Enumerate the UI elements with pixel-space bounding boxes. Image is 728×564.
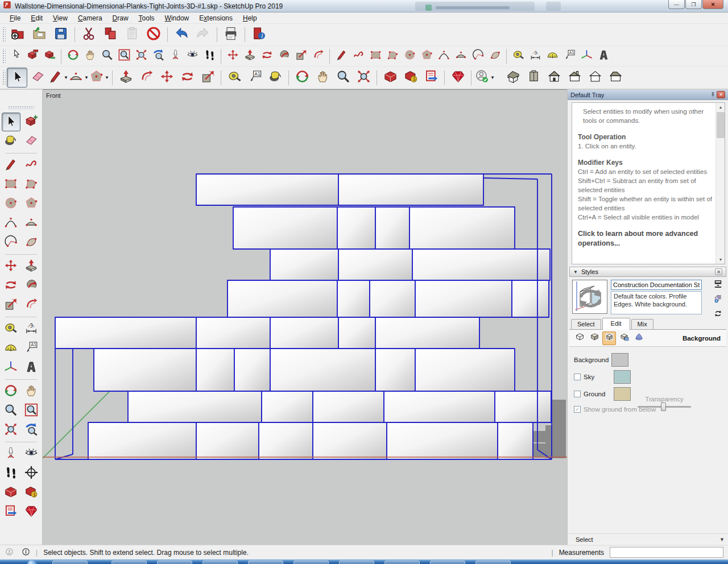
rotated-rectangle-button[interactable] [384, 48, 401, 64]
text-button[interactable]: A1 [245, 68, 265, 88]
offset-button[interactable] [309, 48, 326, 64]
toolbar-grip[interactable] [2, 27, 6, 42]
text-button[interactable]: A1 [561, 48, 578, 64]
rectangle-button[interactable] [367, 48, 384, 64]
position-camera-button[interactable] [2, 445, 20, 463]
dropdown-arrow-icon[interactable]: ▼ [64, 75, 68, 80]
style-description[interactable]: Default face colors. Profile Edges. Whit… [611, 291, 702, 314]
rotate-button[interactable] [2, 276, 20, 295]
title-bar[interactable]: Wallstone-Dimensional-Dimensional-Planks… [0, 0, 728, 13]
plank[interactable] [384, 391, 495, 422]
plank[interactable] [55, 317, 196, 349]
3d-warehouse-button[interactable] [2, 483, 20, 502]
plank[interactable] [375, 349, 415, 391]
view-iso-button[interactable] [503, 68, 523, 88]
instructor-scrollbar[interactable]: ▲ ▼ [715, 103, 725, 264]
share-model-button[interactable]: $ [400, 68, 421, 88]
secondary-pane-icon[interactable] [713, 279, 723, 291]
ground-color-swatch[interactable] [614, 387, 631, 401]
menu-file[interactable]: File [5, 13, 26, 23]
look-around-button[interactable] [22, 445, 41, 463]
plank[interactable] [338, 174, 483, 205]
line-button[interactable] [333, 48, 350, 64]
redo-button[interactable] [192, 25, 214, 45]
face-settings-button[interactable] [588, 331, 601, 345]
start-orb-icon[interactable] [27, 560, 37, 564]
make-component-button[interactable] [22, 113, 41, 131]
tab-select[interactable]: Select [571, 319, 601, 329]
maximize-button[interactable]: ❐ [685, 0, 702, 9]
protractor-button[interactable] [2, 339, 20, 358]
tray-header[interactable]: Default Tray ✕ [568, 90, 728, 100]
walk-button[interactable] [201, 48, 218, 64]
polygon-button[interactable]: ▼ [89, 68, 109, 88]
modeling-settings-button[interactable] [632, 331, 646, 345]
send-to-layout-button[interactable] [421, 68, 441, 88]
circle-shape-button[interactable] [401, 48, 418, 64]
arc-2pt-button[interactable] [2, 214, 20, 233]
segment-button[interactable] [22, 233, 41, 252]
background-settings-button[interactable] [602, 331, 616, 345]
component-reload-button[interactable] [41, 48, 58, 64]
copy-button[interactable] [100, 25, 121, 45]
plank[interactable] [196, 422, 259, 459]
dimension-button[interactable]: 3 [527, 48, 544, 64]
plank[interactable] [512, 280, 549, 317]
tab-edit[interactable]: Edit [602, 318, 630, 330]
push-pull-button[interactable] [22, 257, 41, 276]
zoom-button[interactable] [333, 68, 353, 88]
paint-bucket-button[interactable] [265, 68, 286, 88]
model-info-button[interactable]: i [248, 25, 270, 45]
view-top-button[interactable] [523, 68, 544, 88]
segment-button[interactable] [486, 48, 503, 64]
plank[interactable] [228, 280, 337, 317]
freehand-button[interactable] [22, 156, 41, 175]
view-front-button[interactable] [544, 68, 564, 88]
menu-window[interactable]: Window [160, 13, 195, 23]
menu-camera[interactable]: Camera [73, 13, 107, 23]
create-style-icon[interactable] [713, 294, 723, 306]
plank[interactable] [375, 207, 410, 249]
plank[interactable] [259, 422, 313, 459]
dropdown-arrow-icon[interactable]: ▼ [84, 75, 89, 80]
plank[interactable] [370, 280, 415, 317]
move-button[interactable] [224, 48, 241, 64]
plank[interactable] [415, 349, 515, 391]
plank[interactable] [128, 391, 262, 422]
dropdown-arrow-icon[interactable]: ▼ [490, 75, 495, 80]
arc-3pt-button[interactable] [22, 214, 41, 233]
view-right-button[interactable] [564, 68, 585, 88]
dropdown-arrow-icon[interactable]: ▼ [105, 75, 109, 80]
3d-text-button[interactable] [595, 48, 612, 64]
plank[interactable] [196, 349, 234, 391]
styles-panel-header[interactable]: ▼ Styles ✕ [569, 267, 726, 277]
plank[interactable] [410, 207, 515, 249]
3d-warehouse-button[interactable] [380, 68, 400, 88]
plank[interactable] [387, 422, 498, 459]
look-around-button[interactable] [184, 48, 201, 64]
menu-view[interactable]: View [48, 13, 73, 23]
eraser-button[interactable] [22, 132, 41, 151]
arc-2pt-button[interactable] [435, 48, 452, 64]
zoom-previous-button[interactable] [22, 421, 41, 439]
zoom-extents-button[interactable] [133, 48, 150, 64]
plank[interactable] [337, 280, 370, 317]
pie-button[interactable] [469, 48, 486, 64]
orbit-button[interactable] [64, 48, 81, 64]
plank[interactable] [338, 249, 412, 280]
geolocation-icon[interactable] [5, 548, 14, 558]
plank[interactable] [270, 317, 338, 349]
send-to-layout-button[interactable] [2, 503, 20, 521]
zoom-extents-button[interactable] [353, 68, 374, 88]
undo-button[interactable] [171, 25, 192, 45]
protractor-button[interactable] [544, 48, 561, 64]
scale-button[interactable] [292, 48, 309, 64]
menu-extensions[interactable]: Extensions [194, 13, 238, 23]
show-ground-below-checkbox[interactable]: ✓ [574, 406, 581, 413]
pointer-button[interactable] [7, 48, 24, 64]
line-button[interactable]: ▼ [48, 68, 68, 88]
arc-3pt-button[interactable]: ▼ [68, 68, 89, 88]
toolbar-grip[interactable] [2, 49, 6, 64]
collapse-icon[interactable]: ▼ [573, 269, 578, 275]
rotate-button[interactable] [177, 68, 197, 88]
